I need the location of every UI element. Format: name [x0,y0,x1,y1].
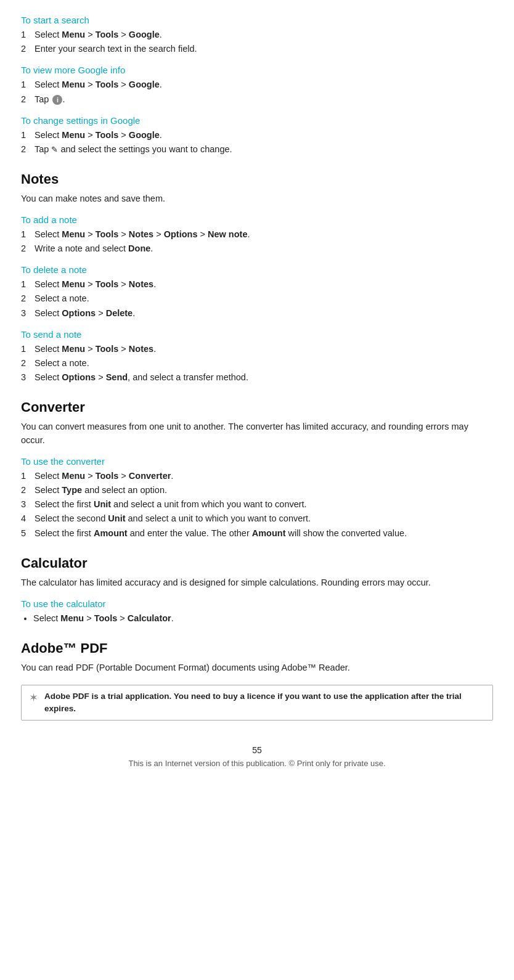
list-item: 2 Enter your search text in the search f… [21,42,493,56]
cyan-heading-view-google-info: To view more Google info [21,65,493,75]
list-item: 2 Tap ✎ and select the settings you want… [21,142,493,157]
list-item: 3 Select Options > Delete. [21,306,493,321]
list-item: 1 Select Menu > Tools > Google. [21,28,493,42]
copyright-text: This is an Internet version of this publ… [21,759,493,768]
notes-description: You can make notes and save them. [21,192,493,206]
section-title-calculator: Calculator [21,555,493,571]
steps-start-search: 1 Select Menu > Tools > Google. 2 Enter … [21,28,493,56]
section-start-search: To start a search 1 Select Menu > Tools … [21,15,493,56]
list-item: 1 Select Menu > Tools > Notes. [21,342,493,356]
steps-add-note: 1 Select Menu > Tools > Notes > Options … [21,227,493,256]
list-item: Select Menu > Tools > Calculator. [33,611,493,626]
section-calculator: Calculator The calculator has limited ac… [21,555,493,626]
note-box-adobe-pdf: ✶ Adobe PDF is a trial application. You … [21,685,493,721]
info-icon: i [52,95,62,105]
section-adobe-pdf: Adobe™ PDF You can read PDF (Portable Do… [21,640,493,721]
section-title-converter: Converter [21,399,493,415]
list-item: 4 Select the second Unit and select a un… [21,512,493,526]
cyan-heading-send-note: To send a note [21,329,493,340]
footer: 55 This is an Internet version of this p… [21,745,493,768]
page-number: 55 [21,745,493,755]
settings-icon: ✎ [51,145,58,154]
converter-description: You can convert measures from one unit t… [21,420,493,447]
list-item: 2 Select a note. [21,356,493,370]
section-converter: Converter You can convert measures from … [21,399,493,540]
list-item: 3 Select Options > Send, and select a tr… [21,370,493,385]
steps-delete-note: 1 Select Menu > Tools > Notes. 2 Select … [21,277,493,321]
list-item: 1 Select Menu > Tools > Google. [21,78,493,92]
section-view-google-info: To view more Google info 1 Select Menu >… [21,65,493,106]
list-item: 2 Write a note and select Done. [21,242,493,256]
steps-send-note: 1 Select Menu > Tools > Notes. 2 Select … [21,342,493,385]
list-item: 2 Select a note. [21,292,493,306]
section-title-notes: Notes [21,171,493,187]
list-item: 1 Select Menu > Tools > Notes. [21,277,493,292]
list-item: 2 Tap i. [21,92,493,107]
list-item: 1 Select Menu > Tools > Google. [21,128,493,142]
steps-use-converter: 1 Select Menu > Tools > Converter. 2 Sel… [21,469,493,541]
section-change-settings-google: To change settings in Google 1 Select Me… [21,115,493,157]
list-item: 1 Select Menu > Tools > Notes > Options … [21,227,493,242]
list-item: 2 Select Type and select an option. [21,483,493,497]
cyan-heading-use-calculator: To use the calculator [21,598,493,609]
lightbulb-icon: ✶ [29,691,38,704]
cyan-heading-add-note: To add a note [21,214,493,225]
list-item: 3 Select the first Unit and select a uni… [21,497,493,512]
steps-use-calculator: Select Menu > Tools > Calculator. [33,611,493,626]
cyan-heading-change-settings: To change settings in Google [21,115,493,126]
section-notes: Notes You can make notes and save them. … [21,171,493,385]
list-item: 1 Select Menu > Tools > Converter. [21,469,493,483]
cyan-heading-use-converter: To use the converter [21,456,493,467]
note-text-adobe-pdf: Adobe PDF is a trial application. You ne… [44,690,485,716]
section-title-adobe-pdf: Adobe™ PDF [21,640,493,656]
adobe-pdf-description: You can read PDF (Portable Document Form… [21,661,493,675]
list-item: 5 Select the first Amount and enter the … [21,526,493,541]
cyan-heading-start-search: To start a search [21,15,493,25]
calculator-description: The calculator has limited accuracy and … [21,576,493,590]
cyan-heading-delete-note: To delete a note [21,264,493,275]
steps-change-settings: 1 Select Menu > Tools > Google. 2 Tap ✎ … [21,128,493,157]
steps-view-google-info: 1 Select Menu > Tools > Google. 2 Tap i. [21,78,493,106]
